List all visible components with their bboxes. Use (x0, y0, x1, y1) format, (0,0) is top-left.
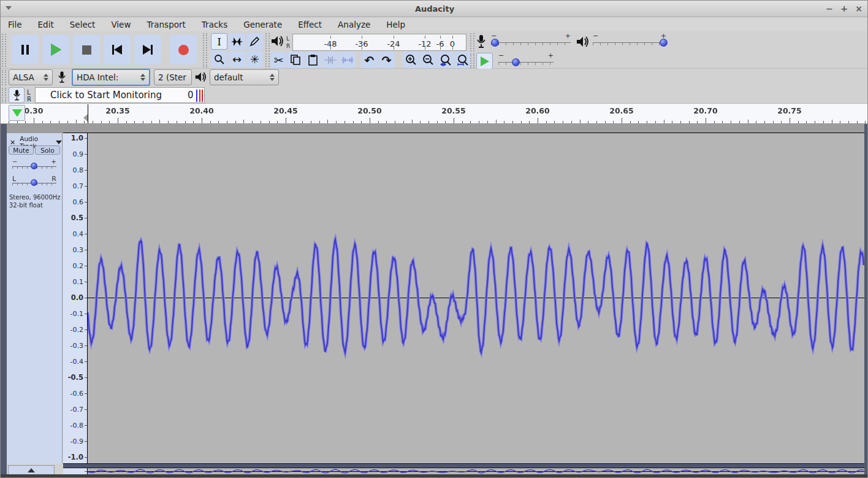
vruler-label: 0.1 (73, 278, 84, 286)
vruler-label: -0.6 (70, 390, 83, 398)
menu-item-help[interactable]: Help (386, 20, 405, 29)
menu-item-generate[interactable]: Generate (243, 20, 282, 29)
gain-min-label: − (12, 158, 17, 165)
playback-meter-grip[interactable] (265, 33, 270, 52)
solo-button[interactable]: Solo (35, 145, 60, 155)
timeline-options-button[interactable] (9, 105, 25, 121)
menu-item-analyze[interactable]: Analyze (338, 20, 370, 29)
device-grip[interactable] (2, 70, 6, 85)
ruler-label: 20.35 (105, 106, 130, 115)
paste-button[interactable] (305, 52, 321, 68)
zoom-in-button[interactable] (403, 52, 419, 68)
input-device-mic-icon (58, 71, 66, 84)
track-menu-caret-icon[interactable] (56, 141, 62, 144)
mute-button[interactable]: Mute (9, 145, 34, 155)
menu-item-view[interactable]: View (111, 20, 131, 29)
recording-meter-grip[interactable] (2, 88, 6, 102)
gain-slider[interactable]: − + (12, 160, 56, 171)
waveform-channel-right[interactable] (88, 468, 864, 474)
zoom-in-icon (405, 54, 417, 66)
track-collapse-button[interactable] (8, 465, 55, 475)
track-control-panel[interactable]: ✕ Audio Track Mute Solo − + L R Stereo, … (7, 133, 63, 464)
playback-meter-speaker-icon[interactable] (270, 35, 284, 47)
playback-meter[interactable]: -48-36-24-12-60 (292, 34, 466, 51)
zoom-out-icon (422, 54, 434, 66)
menu-item-select[interactable]: Select (70, 20, 96, 29)
menu-item-transport[interactable]: Transport (147, 20, 185, 29)
audio-host-select[interactable]: ALSA (9, 69, 53, 85)
record-volume-max-label: + (565, 32, 571, 40)
spinner-icon (39, 74, 48, 81)
record-channels-select[interactable]: 2 (Ster (154, 69, 192, 85)
envelope-tool-button[interactable] (229, 33, 245, 50)
stop-button[interactable] (73, 35, 100, 64)
copy-button[interactable] (287, 52, 304, 68)
playhead-grab-handle[interactable] (83, 114, 88, 121)
vruler-label: 0.9 (73, 150, 84, 158)
play-at-speed-grip[interactable] (470, 53, 474, 68)
fit-project-button[interactable] (454, 52, 471, 68)
silence-audio-button[interactable] (339, 52, 356, 68)
trim-audio-icon (324, 56, 337, 64)
vertical-ruler[interactable]: 1.00.90.80.70.60.50.40.30.20.10.0-0.1-0.… (63, 133, 87, 464)
gain-thumb[interactable] (31, 163, 37, 169)
monitoring-message[interactable]: Click to Start Monitoring (50, 90, 162, 101)
recording-meter-right-label: R (27, 96, 31, 102)
menu-item-effect[interactable]: Effect (298, 20, 322, 29)
track-area-background (1, 124, 868, 133)
close-button[interactable]: × (851, 1, 866, 17)
record-button[interactable] (170, 35, 197, 64)
track-vertical-scrollbar[interactable] (864, 124, 868, 474)
cut-button[interactable]: ✂ (270, 52, 287, 68)
menu-item-file[interactable]: File (8, 20, 22, 29)
recording-meter-mic-button[interactable] (9, 87, 25, 103)
trim-audio-button[interactable] (322, 52, 338, 68)
selection-tool-button[interactable]: I (211, 33, 227, 50)
playback-volume-min-label: − (593, 32, 598, 40)
skip-to-start-button[interactable] (104, 35, 131, 64)
channel-divider[interactable] (63, 463, 864, 468)
edit-toolbar-grip[interactable] (265, 53, 270, 69)
skip-to-end-button[interactable] (134, 35, 161, 64)
play-speed-thumb[interactable] (512, 58, 520, 66)
audacity-window: { "window": { "title": "Audacity", "mini… (0, 0, 868, 478)
output-device-select[interactable]: default (210, 69, 279, 85)
record-volume-thumb[interactable] (491, 39, 499, 47)
transport-grip[interactable] (2, 34, 6, 67)
zoom-tool-button[interactable] (211, 51, 227, 67)
input-device-select[interactable]: HDA Intel: (72, 69, 150, 86)
tools-grip[interactable] (203, 33, 207, 67)
maximize-button[interactable]: + (837, 1, 851, 17)
pan-slider[interactable]: L R (12, 176, 56, 187)
window-menu-icon[interactable] (6, 6, 12, 10)
fit-selection-button[interactable] (437, 52, 454, 68)
mixer-grip[interactable] (470, 33, 474, 52)
output-device-speaker-icon (194, 71, 207, 83)
zoom-out-button[interactable] (420, 52, 436, 68)
menu-item-edit[interactable]: Edit (38, 20, 54, 29)
recording-meter[interactable]: Click to Start Monitoring 0 (35, 87, 205, 103)
redo-button[interactable]: ↷ (378, 52, 395, 68)
vruler-label: 0.5 (71, 214, 83, 222)
waveform-channel-left[interactable] (88, 133, 864, 463)
title-bar[interactable]: Audacity − + × (1, 1, 868, 17)
pause-icon (21, 45, 29, 55)
play-at-speed-button[interactable] (476, 53, 493, 69)
multi-tool-button[interactable]: ✳ (246, 51, 263, 67)
minimize-button[interactable]: − (822, 1, 837, 17)
undo-button[interactable]: ↶ (361, 52, 378, 68)
menu-item-tracks[interactable]: Tracks (202, 20, 227, 29)
pause-button[interactable] (12, 35, 39, 64)
pan-left-label: L (12, 175, 16, 183)
clipboard-icon (308, 55, 318, 66)
meter-tick (394, 47, 394, 50)
meter-tick (452, 47, 453, 50)
play-button[interactable] (42, 35, 69, 64)
magnifier-icon (214, 54, 225, 65)
playhead-cursor[interactable] (88, 104, 88, 123)
timeline-ruler[interactable]: 0.3020.3520.4020.4520.5020.5520.6020.652… (1, 104, 868, 124)
pan-thumb[interactable] (31, 179, 37, 186)
playback-volume-thumb[interactable] (660, 39, 668, 47)
draw-tool-button[interactable] (246, 33, 263, 50)
timeshift-tool-button[interactable]: ↔ (229, 51, 245, 67)
